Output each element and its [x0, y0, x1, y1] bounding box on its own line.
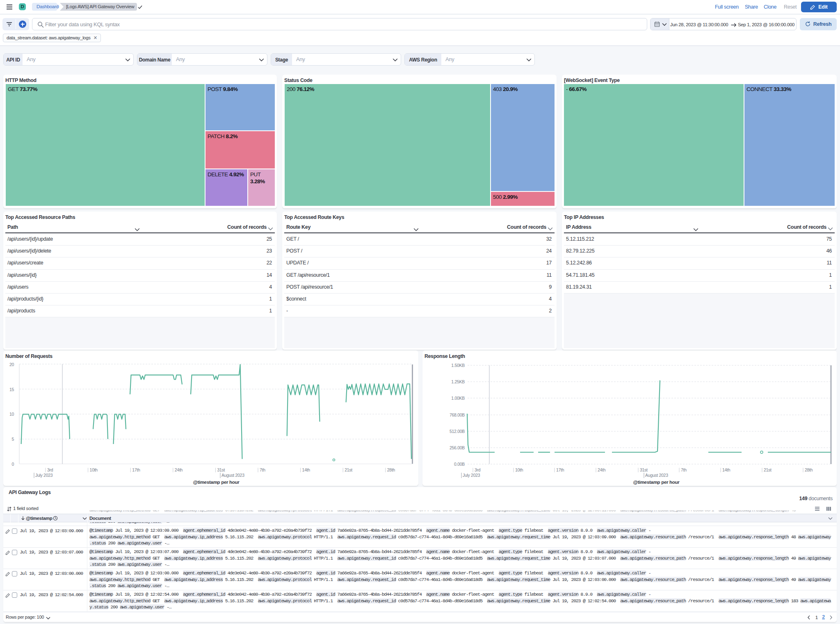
svg-text:24th: 24th — [598, 467, 606, 472]
svg-text:28th: 28th — [805, 467, 813, 472]
svg-text:0.00B: 0.00B — [454, 462, 465, 467]
svg-text:7th: 7th — [681, 467, 687, 472]
svg-text:10: 10 — [9, 412, 14, 417]
svg-text:1.50KB: 1.50KB — [451, 363, 465, 368]
svg-text:512.00B: 512.00B — [450, 429, 465, 434]
svg-text:10th: 10th — [90, 467, 98, 472]
svg-text:0: 0 — [11, 462, 14, 467]
svg-text:31st: 31st — [217, 467, 225, 472]
svg-text:3rd: 3rd — [47, 467, 53, 472]
svg-text:21st: 21st — [345, 467, 352, 472]
svg-text:10th: 10th — [515, 467, 523, 472]
svg-text:21st: 21st — [764, 467, 772, 472]
svg-text:@timestamp per hour: @timestamp per hour — [193, 480, 240, 485]
svg-text:14th: 14th — [722, 467, 730, 472]
svg-text:24th: 24th — [175, 467, 183, 472]
svg-text:August 2023: August 2023 — [221, 473, 244, 478]
svg-text:256.00B: 256.00B — [450, 445, 465, 450]
svg-text:3rd: 3rd — [475, 467, 481, 472]
svg-text:July 2023: July 2023 — [463, 473, 480, 478]
svg-text:August 2023: August 2023 — [645, 473, 668, 478]
svg-text:1.00KB: 1.00KB — [451, 396, 465, 401]
svg-text:5: 5 — [11, 437, 14, 442]
svg-text:17th: 17th — [556, 467, 564, 472]
svg-text:July 2023: July 2023 — [35, 473, 53, 478]
svg-text:20: 20 — [9, 362, 14, 367]
svg-text:768.00B: 768.00B — [450, 412, 465, 417]
svg-text:7th: 7th — [260, 467, 265, 472]
svg-text:17th: 17th — [132, 467, 140, 472]
svg-text:1.25KB: 1.25KB — [451, 379, 465, 384]
svg-text:@timestamp per hour: @timestamp per hour — [633, 480, 680, 485]
svg-text:15: 15 — [9, 387, 14, 392]
svg-text:31st: 31st — [640, 467, 648, 472]
svg-text:28th: 28th — [387, 467, 395, 472]
svg-text:14th: 14th — [302, 467, 310, 472]
